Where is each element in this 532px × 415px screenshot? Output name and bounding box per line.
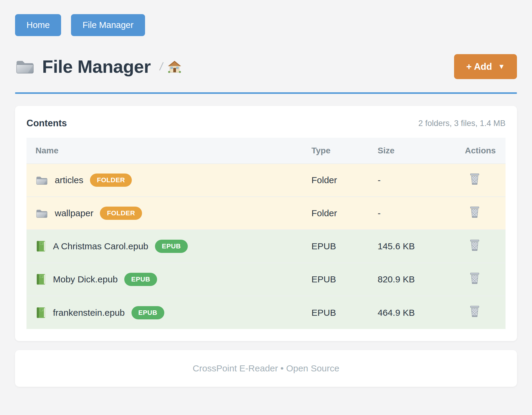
file-name[interactable]: frankenstein.epub <box>53 308 125 318</box>
file-manager-page: Home File Manager File Manager / + Add ▼… <box>0 0 532 415</box>
home-icon[interactable] <box>168 60 181 74</box>
delete-button[interactable] <box>469 173 480 186</box>
contents-title: Contents <box>26 118 67 129</box>
type-cell: EPUB <box>302 230 369 263</box>
table-row[interactable]: frankenstein.epub EPUB EPUB 464.9 KB <box>26 296 506 329</box>
delete-button[interactable] <box>469 206 480 219</box>
book-icon <box>36 240 46 252</box>
type-badge: FOLDER <box>100 207 142 220</box>
contents-card-header: Contents 2 folders, 3 files, 1.4 MB <box>26 118 506 129</box>
size-cell: 145.6 KB <box>369 230 456 263</box>
table-row[interactable]: articles FOLDER Folder - <box>26 164 506 197</box>
type-badge: EPUB <box>124 273 157 286</box>
column-header-name: Name <box>26 138 302 164</box>
file-name[interactable]: A Christmas Carol.epub <box>53 241 148 251</box>
book-icon <box>36 273 46 285</box>
delete-button[interactable] <box>469 305 480 318</box>
type-cell: Folder <box>302 164 369 197</box>
title-divider <box>15 92 517 94</box>
size-cell: - <box>369 197 456 230</box>
trash-icon <box>469 173 480 186</box>
top-navigation: Home File Manager <box>0 0 532 36</box>
footer-text: CrossPoint E-Reader • Open Source <box>193 363 339 374</box>
size-cell: 464.9 KB <box>369 296 456 329</box>
folder-icon <box>36 175 48 186</box>
column-header-size: Size <box>369 138 456 164</box>
add-button-label: + Add <box>466 61 492 72</box>
type-badge: EPUB <box>155 240 188 253</box>
column-header-type: Type <box>302 138 369 164</box>
footer: CrossPoint E-Reader • Open Source <box>15 350 517 387</box>
table-row[interactable]: A Christmas Carol.epub EPUB EPUB 145.6 K… <box>26 230 506 263</box>
trash-icon <box>469 305 480 318</box>
nav-button-file-manager[interactable]: File Manager <box>71 14 145 36</box>
page-header: File Manager / + Add ▼ <box>15 54 517 79</box>
file-name[interactable]: articles <box>55 175 83 185</box>
type-cell: Folder <box>302 197 369 230</box>
column-header-actions: Actions <box>456 138 506 164</box>
breadcrumb: / <box>160 60 163 73</box>
trash-icon <box>469 272 480 285</box>
size-cell: - <box>369 164 456 197</box>
type-badge: FOLDER <box>90 174 132 187</box>
book-icon <box>36 307 46 319</box>
size-cell: 820.9 KB <box>369 263 456 296</box>
type-cell: EPUB <box>302 296 369 329</box>
delete-button[interactable] <box>469 272 480 285</box>
delete-button[interactable] <box>469 239 480 252</box>
contents-summary: 2 folders, 3 files, 1.4 MB <box>418 119 506 128</box>
folder-icon <box>15 58 35 75</box>
caret-down-icon: ▼ <box>498 63 505 70</box>
folder-icon <box>36 208 48 219</box>
trash-icon <box>469 239 480 252</box>
file-table-header: Name Type Size Actions <box>26 138 506 164</box>
table-row[interactable]: wallpaper FOLDER Folder - <box>26 197 506 230</box>
file-name[interactable]: wallpaper <box>55 208 93 218</box>
type-cell: EPUB <box>302 263 369 296</box>
page-title: File Manager <box>42 56 151 77</box>
file-name[interactable]: Moby Dick.epub <box>53 274 118 284</box>
add-button[interactable]: + Add ▼ <box>454 54 517 79</box>
file-table: Name Type Size Actions articles FOLDER F… <box>26 138 506 329</box>
contents-card: Contents 2 folders, 3 files, 1.4 MB Name… <box>15 106 517 341</box>
nav-button-home[interactable]: Home <box>15 14 61 36</box>
trash-icon <box>469 206 480 219</box>
table-row[interactable]: Moby Dick.epub EPUB EPUB 820.9 KB <box>26 263 506 296</box>
table-body: articles FOLDER Folder - wallpaper FOLDE… <box>26 164 506 329</box>
type-badge: EPUB <box>131 306 164 319</box>
